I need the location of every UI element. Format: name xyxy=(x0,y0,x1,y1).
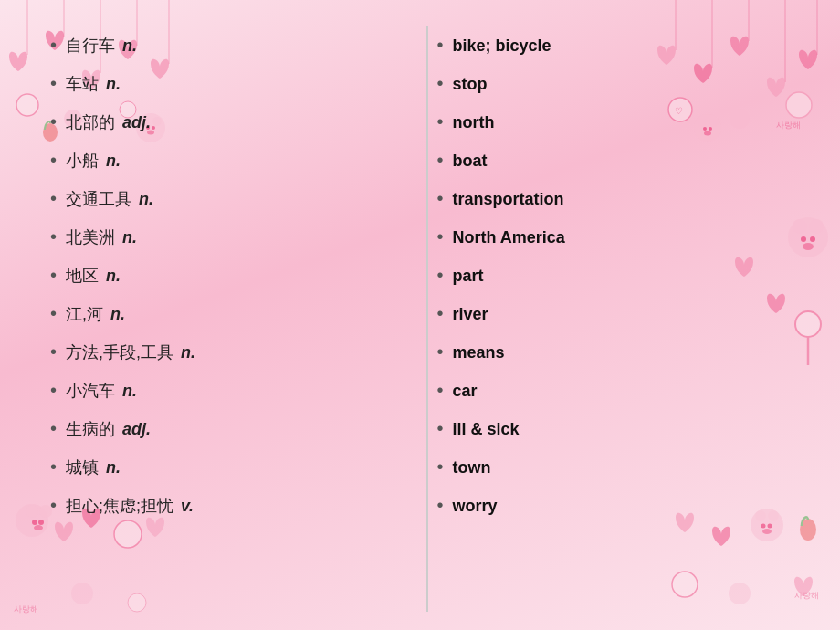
bullet-point: • xyxy=(437,338,444,365)
chinese-word: 小汽车 xyxy=(66,379,115,404)
list-item: • stop xyxy=(437,64,804,102)
part-of-speech: adj. xyxy=(122,110,151,135)
bullet-point: • xyxy=(50,376,57,404)
list-item: • 地区 n. xyxy=(50,256,417,294)
part-of-speech: v. xyxy=(181,494,194,519)
list-item: • 生病的 adj. xyxy=(50,409,417,447)
bullet-point: • xyxy=(437,146,444,173)
list-item: • boat xyxy=(437,141,804,179)
bullet-point: • xyxy=(50,31,57,58)
chinese-word: 方法,手段,工具 xyxy=(66,341,173,365)
part-of-speech: n. xyxy=(106,456,121,480)
bullet-point: • xyxy=(50,453,57,480)
chinese-word: 城镇 xyxy=(66,456,99,480)
list-item: • part xyxy=(437,256,804,294)
list-item: • 小船 n. xyxy=(50,141,417,179)
bullet-point: • xyxy=(50,415,57,442)
chinese-word: 北部的 xyxy=(66,110,115,135)
list-item: • bike; bicycle xyxy=(437,26,804,64)
list-item: • town xyxy=(437,447,804,486)
list-item: • transportation xyxy=(437,179,804,217)
list-item: • 担心;焦虑;担忧 v. xyxy=(50,486,417,524)
bullet-point: • xyxy=(437,108,444,135)
chinese-word: 小船 xyxy=(66,149,99,173)
bullet-point: • xyxy=(437,69,444,97)
part-of-speech: n. xyxy=(106,72,121,97)
part-of-speech: n. xyxy=(122,34,137,58)
list-item: • 北部的 adj. xyxy=(50,102,417,141)
english-word: stop xyxy=(453,72,488,97)
bullet-point: • xyxy=(50,223,57,250)
bullet-point: • xyxy=(437,491,444,519)
list-item: • river xyxy=(437,294,804,332)
bullet-point: • xyxy=(437,376,444,404)
list-item: • ill & sick xyxy=(437,409,804,447)
chinese-word: 地区 xyxy=(66,264,99,289)
chinese-word: 北美洲 xyxy=(66,226,115,250)
list-item: • worry xyxy=(437,486,804,524)
chinese-word: 生病的 xyxy=(66,417,115,442)
english-word: river xyxy=(453,302,488,327)
bullet-point: • xyxy=(437,453,444,480)
chinese-word: 自行车 xyxy=(66,34,115,58)
bullet-point: • xyxy=(50,146,57,173)
bullet-point: • xyxy=(437,299,444,327)
part-of-speech: n. xyxy=(122,226,137,250)
bullet-point: • xyxy=(50,108,57,135)
chinese-word: 交通工具 xyxy=(66,187,131,212)
list-item: • 交通工具 n. xyxy=(50,179,417,217)
list-item: • 北美洲 n. xyxy=(50,217,417,256)
bullet-point: • xyxy=(437,415,444,442)
main-content: • 自行车 n. • 车站 n. • 北部的 adj. • 小船 n. • 交通… xyxy=(0,0,840,630)
english-word: boat xyxy=(453,149,488,173)
list-item: • 小汽车 n. xyxy=(50,371,417,409)
part-of-speech: n. xyxy=(106,264,121,289)
bullet-point: • xyxy=(50,261,57,289)
english-word: north xyxy=(453,110,495,135)
english-word: transportation xyxy=(453,187,564,212)
bullet-point: • xyxy=(437,261,444,289)
english-word: means xyxy=(453,341,505,365)
english-word: worry xyxy=(453,494,498,519)
bullet-point: • xyxy=(50,184,57,212)
list-item: • 自行车 n. xyxy=(50,26,417,64)
english-word: North America xyxy=(453,226,565,250)
part-of-speech: n. xyxy=(106,149,121,173)
list-item: • north xyxy=(437,102,804,141)
bullet-point: • xyxy=(50,338,57,365)
bullet-point: • xyxy=(437,223,444,250)
list-item: • 车站 n. xyxy=(50,64,417,102)
english-word: bike; bicycle xyxy=(453,34,551,58)
part-of-speech: n. xyxy=(122,379,137,404)
list-item: • 江,河 n. xyxy=(50,294,417,332)
list-item: • 方法,手段,工具 n. xyxy=(50,332,417,371)
list-item: • car xyxy=(437,371,804,409)
column-divider xyxy=(426,26,428,612)
left-column: • 自行车 n. • 车站 n. • 北部的 adj. • 小船 n. • 交通… xyxy=(50,26,417,612)
list-item: • means xyxy=(437,332,804,371)
part-of-speech: n. xyxy=(181,341,195,365)
bullet-point: • xyxy=(50,69,57,97)
part-of-speech: n. xyxy=(139,187,153,212)
english-word: car xyxy=(453,379,478,404)
list-item: • North America xyxy=(437,217,804,256)
right-column: • bike; bicycle • stop • north • boat • … xyxy=(437,26,804,612)
chinese-word: 车站 xyxy=(66,72,99,97)
english-word: town xyxy=(453,456,491,480)
list-item: • 城镇 n. xyxy=(50,447,417,486)
english-word: ill & sick xyxy=(453,417,520,442)
part-of-speech: n. xyxy=(110,302,125,327)
english-word: part xyxy=(453,264,484,289)
bullet-point: • xyxy=(437,184,444,212)
bullet-point: • xyxy=(50,491,57,519)
part-of-speech: adj. xyxy=(122,417,151,442)
bullet-point: • xyxy=(437,31,444,58)
chinese-word: 江,河 xyxy=(66,302,103,327)
bullet-point: • xyxy=(50,299,57,327)
chinese-word: 担心;焦虑;担忧 xyxy=(66,494,173,519)
